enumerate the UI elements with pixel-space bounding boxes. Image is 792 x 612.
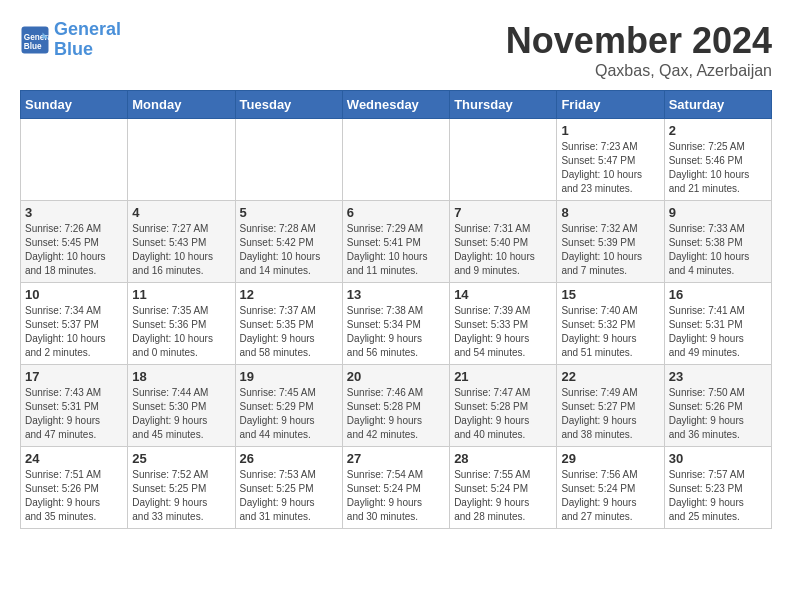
day-info: Sunrise: 7:33 AM Sunset: 5:38 PM Dayligh… <box>669 222 767 278</box>
day-number: 21 <box>454 369 552 384</box>
day-number: 12 <box>240 287 338 302</box>
day-number: 27 <box>347 451 445 466</box>
day-info: Sunrise: 7:47 AM Sunset: 5:28 PM Dayligh… <box>454 386 552 442</box>
day-info: Sunrise: 7:51 AM Sunset: 5:26 PM Dayligh… <box>25 468 123 524</box>
day-of-week-header: Thursday <box>450 91 557 119</box>
header: General Blue General Blue November 2024 … <box>20 20 772 80</box>
day-info: Sunrise: 7:40 AM Sunset: 5:32 PM Dayligh… <box>561 304 659 360</box>
day-of-week-header: Wednesday <box>342 91 449 119</box>
day-number: 8 <box>561 205 659 220</box>
calendar-cell <box>342 119 449 201</box>
day-info: Sunrise: 7:50 AM Sunset: 5:26 PM Dayligh… <box>669 386 767 442</box>
day-number: 7 <box>454 205 552 220</box>
day-info: Sunrise: 7:57 AM Sunset: 5:23 PM Dayligh… <box>669 468 767 524</box>
day-info: Sunrise: 7:38 AM Sunset: 5:34 PM Dayligh… <box>347 304 445 360</box>
day-info: Sunrise: 7:52 AM Sunset: 5:25 PM Dayligh… <box>132 468 230 524</box>
day-number: 15 <box>561 287 659 302</box>
day-number: 9 <box>669 205 767 220</box>
day-info: Sunrise: 7:41 AM Sunset: 5:31 PM Dayligh… <box>669 304 767 360</box>
calendar-cell: 14Sunrise: 7:39 AM Sunset: 5:33 PM Dayli… <box>450 283 557 365</box>
day-number: 6 <box>347 205 445 220</box>
day-number: 30 <box>669 451 767 466</box>
calendar-cell: 2Sunrise: 7:25 AM Sunset: 5:46 PM Daylig… <box>664 119 771 201</box>
day-info: Sunrise: 7:55 AM Sunset: 5:24 PM Dayligh… <box>454 468 552 524</box>
calendar-cell: 18Sunrise: 7:44 AM Sunset: 5:30 PM Dayli… <box>128 365 235 447</box>
day-number: 22 <box>561 369 659 384</box>
day-info: Sunrise: 7:44 AM Sunset: 5:30 PM Dayligh… <box>132 386 230 442</box>
day-info: Sunrise: 7:32 AM Sunset: 5:39 PM Dayligh… <box>561 222 659 278</box>
calendar-cell <box>21 119 128 201</box>
calendar-cell: 25Sunrise: 7:52 AM Sunset: 5:25 PM Dayli… <box>128 447 235 529</box>
day-info: Sunrise: 7:29 AM Sunset: 5:41 PM Dayligh… <box>347 222 445 278</box>
calendar-week-row: 24Sunrise: 7:51 AM Sunset: 5:26 PM Dayli… <box>21 447 772 529</box>
day-info: Sunrise: 7:25 AM Sunset: 5:46 PM Dayligh… <box>669 140 767 196</box>
calendar-cell: 17Sunrise: 7:43 AM Sunset: 5:31 PM Dayli… <box>21 365 128 447</box>
calendar-cell: 13Sunrise: 7:38 AM Sunset: 5:34 PM Dayli… <box>342 283 449 365</box>
calendar-cell <box>450 119 557 201</box>
calendar-cell: 10Sunrise: 7:34 AM Sunset: 5:37 PM Dayli… <box>21 283 128 365</box>
day-info: Sunrise: 7:43 AM Sunset: 5:31 PM Dayligh… <box>25 386 123 442</box>
day-of-week-header: Monday <box>128 91 235 119</box>
calendar-cell: 19Sunrise: 7:45 AM Sunset: 5:29 PM Dayli… <box>235 365 342 447</box>
calendar-cell: 28Sunrise: 7:55 AM Sunset: 5:24 PM Dayli… <box>450 447 557 529</box>
svg-text:Blue: Blue <box>24 42 42 51</box>
day-info: Sunrise: 7:27 AM Sunset: 5:43 PM Dayligh… <box>132 222 230 278</box>
day-number: 14 <box>454 287 552 302</box>
calendar-cell: 9Sunrise: 7:33 AM Sunset: 5:38 PM Daylig… <box>664 201 771 283</box>
calendar-cell: 8Sunrise: 7:32 AM Sunset: 5:39 PM Daylig… <box>557 201 664 283</box>
day-info: Sunrise: 7:28 AM Sunset: 5:42 PM Dayligh… <box>240 222 338 278</box>
calendar-cell: 26Sunrise: 7:53 AM Sunset: 5:25 PM Dayli… <box>235 447 342 529</box>
day-info: Sunrise: 7:39 AM Sunset: 5:33 PM Dayligh… <box>454 304 552 360</box>
title-section: November 2024 Qaxbas, Qax, Azerbaijan <box>506 20 772 80</box>
day-number: 18 <box>132 369 230 384</box>
day-info: Sunrise: 7:45 AM Sunset: 5:29 PM Dayligh… <box>240 386 338 442</box>
calendar-cell: 27Sunrise: 7:54 AM Sunset: 5:24 PM Dayli… <box>342 447 449 529</box>
calendar-cell: 29Sunrise: 7:56 AM Sunset: 5:24 PM Dayli… <box>557 447 664 529</box>
calendar-cell: 12Sunrise: 7:37 AM Sunset: 5:35 PM Dayli… <box>235 283 342 365</box>
day-number: 2 <box>669 123 767 138</box>
day-number: 29 <box>561 451 659 466</box>
calendar-table: SundayMondayTuesdayWednesdayThursdayFrid… <box>20 90 772 529</box>
calendar-cell: 6Sunrise: 7:29 AM Sunset: 5:41 PM Daylig… <box>342 201 449 283</box>
day-info: Sunrise: 7:54 AM Sunset: 5:24 PM Dayligh… <box>347 468 445 524</box>
day-info: Sunrise: 7:35 AM Sunset: 5:36 PM Dayligh… <box>132 304 230 360</box>
calendar-week-row: 1Sunrise: 7:23 AM Sunset: 5:47 PM Daylig… <box>21 119 772 201</box>
day-number: 1 <box>561 123 659 138</box>
day-number: 10 <box>25 287 123 302</box>
calendar-cell: 30Sunrise: 7:57 AM Sunset: 5:23 PM Dayli… <box>664 447 771 529</box>
day-number: 5 <box>240 205 338 220</box>
calendar-cell: 16Sunrise: 7:41 AM Sunset: 5:31 PM Dayli… <box>664 283 771 365</box>
day-of-week-header: Tuesday <box>235 91 342 119</box>
day-number: 13 <box>347 287 445 302</box>
day-number: 11 <box>132 287 230 302</box>
calendar-cell: 11Sunrise: 7:35 AM Sunset: 5:36 PM Dayli… <box>128 283 235 365</box>
day-info: Sunrise: 7:46 AM Sunset: 5:28 PM Dayligh… <box>347 386 445 442</box>
calendar-week-row: 3Sunrise: 7:26 AM Sunset: 5:45 PM Daylig… <box>21 201 772 283</box>
logo-text: General Blue <box>54 20 121 60</box>
day-of-week-header: Friday <box>557 91 664 119</box>
day-info: Sunrise: 7:53 AM Sunset: 5:25 PM Dayligh… <box>240 468 338 524</box>
day-info: Sunrise: 7:26 AM Sunset: 5:45 PM Dayligh… <box>25 222 123 278</box>
day-number: 23 <box>669 369 767 384</box>
day-of-week-header: Sunday <box>21 91 128 119</box>
logo-line1: General <box>54 19 121 39</box>
day-number: 17 <box>25 369 123 384</box>
day-info: Sunrise: 7:49 AM Sunset: 5:27 PM Dayligh… <box>561 386 659 442</box>
day-info: Sunrise: 7:34 AM Sunset: 5:37 PM Dayligh… <box>25 304 123 360</box>
day-info: Sunrise: 7:31 AM Sunset: 5:40 PM Dayligh… <box>454 222 552 278</box>
calendar-cell: 3Sunrise: 7:26 AM Sunset: 5:45 PM Daylig… <box>21 201 128 283</box>
day-number: 3 <box>25 205 123 220</box>
day-number: 24 <box>25 451 123 466</box>
calendar-cell <box>235 119 342 201</box>
calendar-cell: 5Sunrise: 7:28 AM Sunset: 5:42 PM Daylig… <box>235 201 342 283</box>
day-number: 16 <box>669 287 767 302</box>
calendar-cell: 20Sunrise: 7:46 AM Sunset: 5:28 PM Dayli… <box>342 365 449 447</box>
calendar-cell: 1Sunrise: 7:23 AM Sunset: 5:47 PM Daylig… <box>557 119 664 201</box>
header-row: SundayMondayTuesdayWednesdayThursdayFrid… <box>21 91 772 119</box>
calendar-cell: 24Sunrise: 7:51 AM Sunset: 5:26 PM Dayli… <box>21 447 128 529</box>
day-number: 28 <box>454 451 552 466</box>
day-number: 25 <box>132 451 230 466</box>
calendar-week-row: 10Sunrise: 7:34 AM Sunset: 5:37 PM Dayli… <box>21 283 772 365</box>
calendar-cell: 23Sunrise: 7:50 AM Sunset: 5:26 PM Dayli… <box>664 365 771 447</box>
calendar-cell: 21Sunrise: 7:47 AM Sunset: 5:28 PM Dayli… <box>450 365 557 447</box>
